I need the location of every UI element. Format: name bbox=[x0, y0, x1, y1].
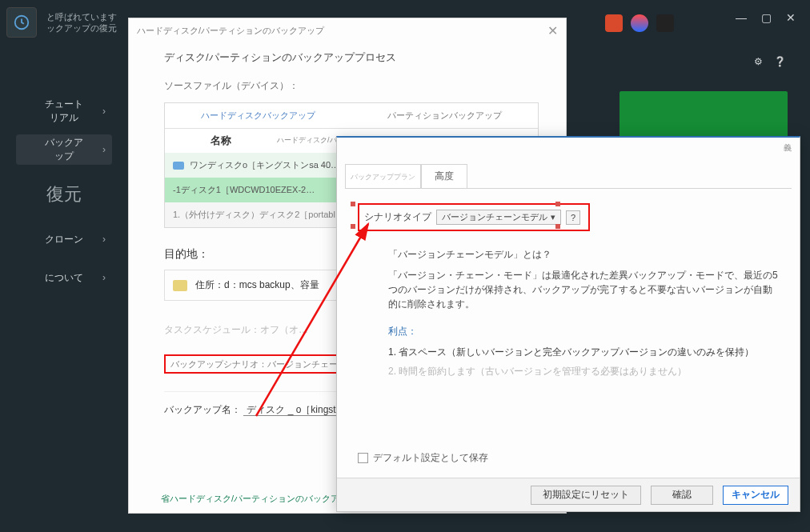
folder-icon bbox=[173, 280, 187, 291]
save-default-checkbox[interactable] bbox=[358, 453, 368, 463]
disk-icon bbox=[173, 162, 184, 170]
weibo-icon[interactable] bbox=[605, 14, 623, 32]
options-header-char: 義 bbox=[784, 142, 792, 154]
dialog-header: ハードディスク/パーティションのバックアップ ✕ bbox=[129, 18, 566, 42]
title-line2: ックアップの復元 bbox=[46, 22, 117, 34]
title-line1: と呼ばれています bbox=[46, 11, 117, 22]
col-name: 名称 bbox=[165, 134, 277, 148]
options-dialog: 義 バックアッププラン 高度 シナリオタイプ バージョンチェーンモデル ▾ ? … bbox=[336, 136, 800, 512]
sidebar-backup[interactable]: バックア ップ› bbox=[16, 134, 112, 165]
sidebar-tutorial[interactable]: チュート リアル› bbox=[16, 96, 112, 126]
app-logo bbox=[6, 7, 37, 38]
source-label: ソースファイル（デバイス）： bbox=[164, 79, 539, 93]
scenario-type-select[interactable]: バージョンチェーンモデル ▾ bbox=[436, 210, 561, 225]
explain-body: 「バージョン・チェーン・モード」は最適化された差異バックアップ・モードで、最近の… bbox=[388, 268, 779, 311]
tshirt-icon[interactable] bbox=[656, 14, 674, 32]
explain-question: 「バージョンチェーンモデル」とは？ bbox=[388, 247, 779, 262]
tab-partition-backup[interactable]: パーティションバックアップ bbox=[351, 103, 538, 128]
advantage-2: 2. 時間を節約します（古いバージョンを管理する必要はありません） bbox=[388, 364, 779, 378]
destination-value: 住所：d：mcs backup、容量 bbox=[195, 278, 319, 292]
qq-icon[interactable] bbox=[631, 14, 648, 32]
chevron-down-icon: ▾ bbox=[551, 212, 555, 222]
backup-name-label: バックアップ名： bbox=[164, 404, 241, 415]
sidebar-about[interactable]: について› bbox=[16, 262, 112, 293]
options-tabs: バックアッププラン 高度 bbox=[337, 163, 800, 188]
dialog-title: ハードディスク/パーティションのバックアップ bbox=[137, 25, 324, 37]
sidebar-restore[interactable]: 復元 bbox=[16, 176, 112, 213]
tab-backup-plan[interactable]: バックアッププラン bbox=[345, 164, 421, 189]
title-text: と呼ばれています ックアップの復元 bbox=[46, 11, 117, 34]
section-title: ディスク/パーティションのバックアッププロセス bbox=[164, 50, 539, 65]
reset-button[interactable]: 初期設定にリセット bbox=[531, 486, 641, 505]
cancel-button[interactable]: キャンセル bbox=[723, 486, 788, 505]
gear-icon[interactable]: ⚙ bbox=[754, 56, 763, 67]
save-default-row[interactable]: デフォルト設定として保存 bbox=[358, 451, 488, 465]
header-tools: ⚙ ❔ bbox=[754, 56, 786, 67]
advantages-header: 利点： bbox=[388, 324, 779, 338]
ok-button[interactable]: 確認 bbox=[651, 486, 713, 505]
dialog-close-icon[interactable]: ✕ bbox=[547, 23, 558, 38]
options-footer: 初期設定にリセット 確認 キャンセル bbox=[337, 478, 800, 511]
sidebar-clone[interactable]: クローン› bbox=[16, 224, 112, 254]
tray-icons bbox=[605, 14, 674, 32]
save-default-label: デフォルト設定として保存 bbox=[373, 451, 488, 465]
minimize-button[interactable]: — bbox=[736, 11, 747, 24]
close-button[interactable]: ✕ bbox=[786, 11, 796, 24]
tab-hdd-backup[interactable]: ハードディスクバックアップ bbox=[165, 103, 351, 128]
sidebar: チュート リアル› バックア ップ› 復元 クローン› について› bbox=[16, 96, 128, 301]
scenario-help-button[interactable]: ? bbox=[566, 210, 580, 225]
window-controls: — ▢ ✕ bbox=[736, 11, 796, 24]
help-icon[interactable]: ❔ bbox=[774, 56, 786, 67]
tab-advanced[interactable]: 高度 bbox=[421, 164, 467, 189]
scenario-type-label: シナリオタイプ bbox=[364, 210, 431, 224]
maximize-button[interactable]: ▢ bbox=[761, 11, 772, 24]
advantage-1: 1. 省スペース（新しいバージョンと完全バックアップバージョンの違いのみを保持） bbox=[388, 345, 779, 359]
